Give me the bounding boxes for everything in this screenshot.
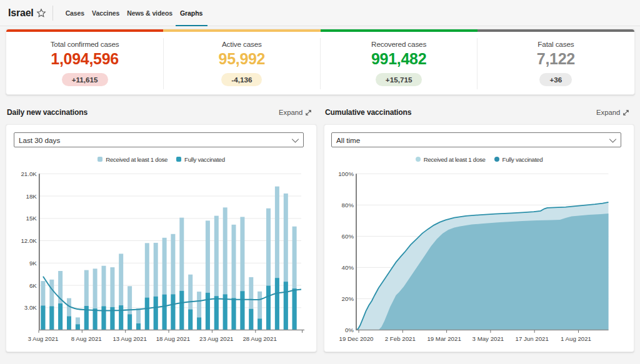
svg-text:1 Aug 2021: 1 Aug 2021 (561, 335, 591, 342)
svg-text:21.0K: 21.0K (21, 170, 37, 177)
svg-text:18K: 18K (26, 193, 38, 200)
svg-text:8 Aug 2021: 8 Aug 2021 (71, 335, 102, 342)
svg-text:20%: 20% (342, 295, 354, 302)
svg-text:18 Aug 2021: 18 Aug 2021 (156, 335, 190, 342)
svg-text:19 Mar 2021: 19 Mar 2021 (427, 335, 461, 342)
svg-text:13 Aug 2021: 13 Aug 2021 (112, 335, 146, 342)
svg-text:2 Feb 2021: 2 Feb 2021 (385, 335, 416, 342)
svg-text:17 Jun 2021: 17 Jun 2021 (516, 335, 549, 342)
svg-text:23 Aug 2021: 23 Aug 2021 (199, 335, 233, 342)
svg-text:100%: 100% (338, 170, 354, 177)
svg-text:0%: 0% (345, 327, 354, 333)
svg-text:80%: 80% (342, 202, 354, 209)
svg-text:3 May 2021: 3 May 2021 (472, 335, 504, 342)
svg-text:60%: 60% (342, 233, 354, 240)
svg-text:12.0K: 12.0K (21, 237, 37, 244)
svg-text:9K: 9K (29, 260, 37, 267)
svg-text:28 Aug 2021: 28 Aug 2021 (242, 335, 276, 342)
svg-text:6K: 6K (29, 282, 37, 289)
svg-text:3 Aug 2021: 3 Aug 2021 (28, 335, 58, 342)
svg-text:40%: 40% (342, 264, 354, 271)
svg-text:15K: 15K (26, 215, 38, 222)
svg-text:3.0K: 3.0K (24, 304, 37, 311)
svg-text:19 Dec 2020: 19 Dec 2020 (339, 335, 374, 342)
